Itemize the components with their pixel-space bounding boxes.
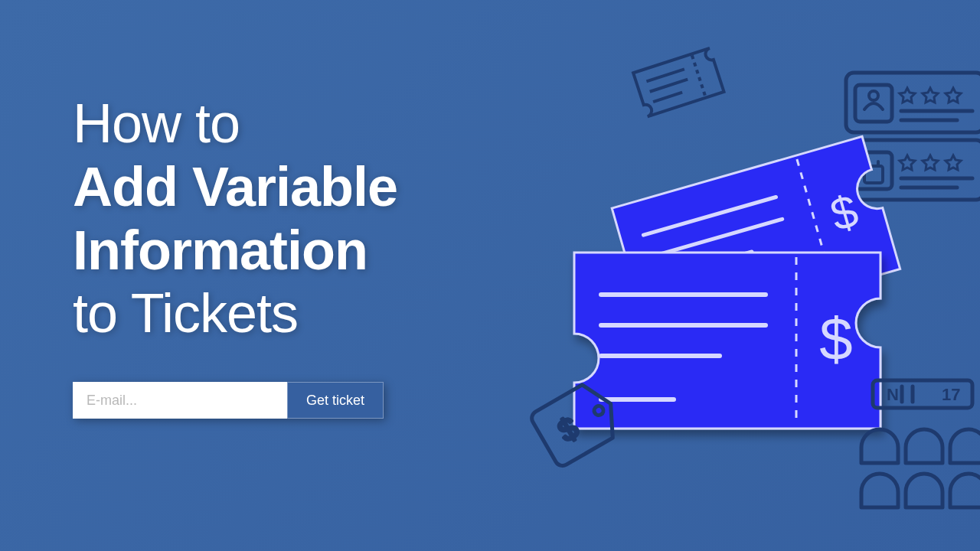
heading-line-4: to Tickets [73,282,397,345]
signup-form: Get ticket [73,382,397,419]
svg-line-2 [650,80,688,92]
get-ticket-button[interactable]: Get ticket [287,382,384,419]
svg-point-6 [869,91,878,100]
page-title: How to Add Variable Information to Ticke… [73,92,397,345]
svg-text:$: $ [552,410,583,448]
svg-point-27 [593,404,605,416]
illustration-group: $ $ $ N [490,0,980,551]
theater-seats-icon: N 17 [842,371,980,524]
svg-text:$: $ [819,305,852,373]
heading-line-1: How to [73,92,397,155]
svg-line-3 [653,93,682,102]
svg-line-0 [692,55,705,96]
heading-line-3: Information [73,219,397,282]
svg-text:N: N [887,385,899,404]
heading-line-2: Add Variable [73,155,397,219]
email-field[interactable] [73,382,287,419]
svg-text:17: 17 [942,385,960,404]
ticket-outline-icon [628,42,743,126]
price-tag-icon: $ [517,367,632,482]
svg-line-1 [646,69,684,81]
